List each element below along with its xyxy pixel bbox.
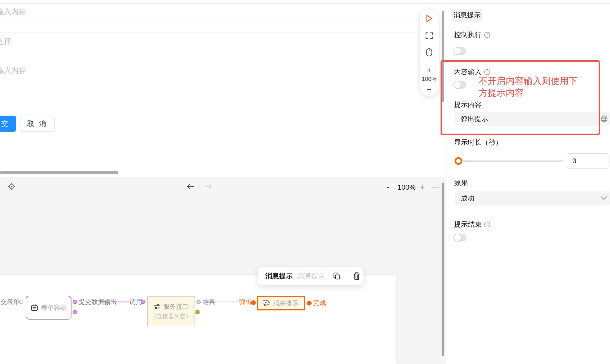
toggle-knob [454,234,461,241]
play-icon [425,14,433,23]
run-button[interactable] [420,14,439,23]
globe-icon[interactable] [600,115,608,122]
field-divider-1 [0,20,441,20]
zoom-level-label: 100% [420,76,439,83]
top-border-line [0,3,610,4]
form-input-placeholder-2[interactable]: 输入内容 [0,66,26,76]
chevron-down-icon [600,196,607,201]
duration-value-box [567,153,609,169]
form-input-placeholder-1[interactable]: 输入内容 [0,7,26,17]
edge-popup[interactable] [214,302,238,302]
message-node-title: 消息提示 [273,299,298,307]
tip-content-field [455,112,610,126]
service-node[interactable]: 服务接口 （连接器为空） [147,297,195,326]
canvas-zoom-level: 100% [397,183,416,192]
fullscreen-icon [425,32,433,40]
copy-node-button[interactable] [333,272,341,280]
service-result-port[interactable] [196,300,201,304]
edge-call[interactable] [112,302,129,302]
result-port-label: 结果 [203,298,215,306]
canvas-zoom-in-button[interactable]: + [420,182,425,192]
delete-node-button[interactable] [353,272,361,280]
node-type-badge: 消息提示 [452,9,482,22]
info-icon[interactable] [484,31,490,38]
service-node-title: 服务接口 [163,302,189,311]
form-node-title: 表单容器 [41,303,66,312]
start-port-label: 提交表单 [0,298,20,306]
form-output-port-2[interactable] [73,310,77,314]
undo-arrow-icon [187,184,194,189]
form-container-node[interactable]: 表单容器 [26,296,71,320]
field-divider-3 [0,49,441,49]
crosshair-icon [8,183,15,190]
tip-end-row: 提示结束 [454,220,490,229]
control-execute-row: 控制执行 [454,30,490,39]
field-divider-5 [0,102,441,102]
field-divider-2 [0,33,441,33]
redo-arrow-icon [205,184,212,189]
form-icon [31,304,38,311]
popup-port-label: 弹出 [239,298,252,306]
control-execute-toggle[interactable] [454,47,467,55]
annotation-text-line1: 不开启内容输入则使用下 [479,75,578,87]
service-input-port[interactable] [141,300,145,304]
top-vertical-scrollbar[interactable] [442,11,444,102]
content-input-toggle[interactable] [454,81,467,89]
cancel-button[interactable]: 取 消 [20,116,55,132]
message-input-port[interactable] [251,300,256,305]
tune-icon [154,303,160,310]
redo-button[interactable] [205,184,212,189]
tip-end-label: 提示结束 [454,220,482,229]
preview-toolbar: + 100% − [420,9,439,96]
fullscreen-button[interactable] [420,32,439,40]
node-action-toolbar: 消息提示 消息提示 [258,267,364,285]
service-node-subtitle: （连接器为空） [151,312,191,320]
zoom-out-button[interactable]: − [420,85,439,94]
call-port-label: 调用 [129,298,142,306]
tip-end-toggle[interactable] [454,234,467,242]
message-done-port[interactable] [307,301,312,306]
duration-slider-track[interactable] [458,160,563,162]
effect-select[interactable]: 成功 [455,191,610,206]
effect-label: 效果 [454,178,468,188]
field-divider-4 [0,62,441,62]
mouse-icon [426,48,433,57]
copy-icon [333,272,341,280]
content-input-label: 内容输入 [454,67,482,77]
effect-value: 成功 [455,194,474,203]
tip-content-input[interactable] [455,115,610,123]
workflow-editor-window: 输入内容 选择 输入内容 提 交 取 消 + 100% [0,0,610,364]
flow-canvas[interactable]: - 100% + — [0,177,446,364]
panel-divider [447,0,447,364]
service-success-port[interactable] [195,310,200,314]
trash-icon [353,272,361,280]
done-port-label: 完成 [313,299,326,307]
form-output-port-1[interactable] [73,300,77,304]
toggle-knob [454,81,461,88]
canvas-vertical-scrollbar[interactable] [442,183,444,356]
pointer-mode-button[interactable] [420,48,439,57]
undo-button[interactable] [187,184,194,189]
node-toolbar-name-placeholder[interactable]: 消息提示 [297,271,325,281]
info-icon[interactable] [484,69,490,75]
canvas-zoom-out-button[interactable]: - [387,182,389,192]
message-node-selected[interactable]: 消息提示 [257,296,305,310]
canvas-collapse-button[interactable]: — [432,183,439,191]
duration-label: 显示时长（秒） [454,138,502,147]
start-port[interactable] [19,300,23,304]
submit-button[interactable]: 提 交 [0,116,16,132]
tip-content-label: 提示内容 [454,100,482,109]
annotation-text-line2: 方提示内容 [479,87,524,99]
info-icon[interactable] [484,221,490,228]
zoom-in-button[interactable]: + [420,65,439,75]
form-output-port-label: 提交数据输出 [79,298,117,306]
speech-bubble-icon [263,300,270,306]
duration-input[interactable] [567,157,609,165]
form-select-placeholder[interactable]: 选择 [0,37,11,47]
horizontal-scrollbar[interactable] [0,171,118,174]
toggle-knob [454,48,461,54]
node-toolbar-title: 消息提示 [265,271,293,281]
locate-button[interactable] [8,183,15,190]
duration-slider-handle[interactable] [455,157,462,165]
control-execute-label: 控制执行 [454,30,482,39]
